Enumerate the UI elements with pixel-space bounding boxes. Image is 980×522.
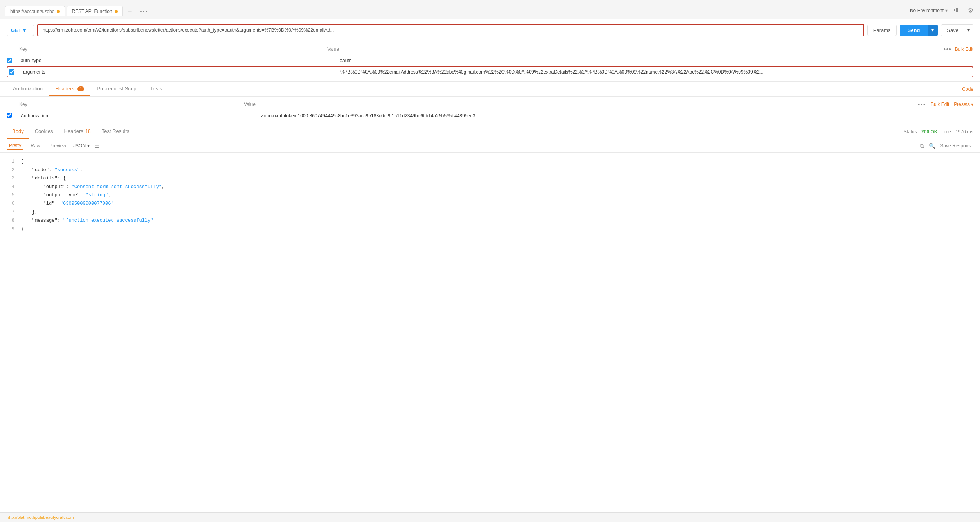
line-num-9: 9 (7, 225, 14, 234)
send-label: Send (908, 27, 920, 33)
response-toolbar: Pretty Raw Preview JSON ▾ ☰ ⧉ 🔍 (0, 139, 980, 153)
header-check-authorization[interactable] (7, 113, 12, 118)
save-button[interactable]: Save (941, 24, 964, 36)
tab-more-button[interactable]: ••• (137, 7, 151, 16)
authorization-tab-label: Authorization (13, 86, 43, 91)
copy-response-button[interactable]: ⧉ (920, 143, 924, 149)
format-type-chevron-icon: ▾ (87, 143, 90, 149)
wrap-lines-button[interactable]: ☰ (94, 143, 99, 149)
code-line-8: 8 "message": "function executed successf… (7, 217, 973, 225)
save-dropdown-icon: ▾ (967, 27, 970, 33)
code-link[interactable]: Code (962, 86, 973, 92)
params-more-icon[interactable]: ••• (944, 46, 952, 52)
eye-icon: 👁 (954, 7, 960, 14)
more-icon: ••• (140, 8, 148, 14)
rest-tab-dot (115, 10, 118, 13)
gear-icon: ⚙ (968, 7, 973, 14)
headers-bulk-edit-button[interactable]: Bulk Edit (931, 102, 949, 107)
tab-authorization[interactable]: Authorization (7, 82, 49, 96)
bottom-bar: http://plat.mothpolebeautycraft.com (0, 512, 980, 522)
param-check-auth-type[interactable] (7, 58, 12, 63)
send-dropdown-icon: ▾ (931, 27, 934, 33)
params-button[interactable]: Params (867, 25, 897, 36)
format-type-selector[interactable]: JSON ▾ (73, 143, 90, 149)
tests-tab-label: Tests (150, 86, 162, 91)
headers-section: Key Value ••• Bulk Edit Presets ▾ Author… (0, 97, 980, 124)
tab-add-button[interactable]: + (124, 6, 135, 17)
settings-icon-button[interactable]: ⚙ (966, 5, 975, 16)
headers-tab-badge: 1 (77, 86, 85, 91)
search-response-button[interactable]: 🔍 (929, 143, 935, 149)
param-row-auth-type: auth_type oauth (7, 56, 973, 66)
headers-actions: ••• Bulk Edit Presets ▾ (918, 101, 973, 108)
param-check-arguments[interactable] (9, 69, 14, 75)
response-toolbar-right: ⧉ 🔍 Save Response (920, 143, 973, 149)
line-content-1: { (21, 158, 973, 166)
tab-tests[interactable]: Tests (144, 82, 168, 96)
params-value-header: Value (327, 47, 944, 52)
copy-icon: ⧉ (920, 143, 924, 149)
params-bulk-edit-button[interactable]: Bulk Edit (955, 47, 973, 52)
raw-label: Raw (31, 143, 40, 149)
status-value: 200 OK (921, 129, 937, 135)
headers-bulk-edit-label: Bulk Edit (931, 102, 949, 107)
response-tab-body[interactable]: Body (7, 124, 29, 139)
format-tab-preview[interactable]: Preview (47, 142, 68, 150)
params-table-header: Key Value ••• Bulk Edit (7, 45, 973, 54)
format-tab-raw[interactable]: Raw (28, 142, 42, 150)
line-content-6: "id": "63095000000077006" (21, 200, 973, 208)
param-key-arguments: arguments (22, 68, 339, 75)
params-actions: ••• Bulk Edit (944, 46, 973, 52)
headers-presets-button[interactable]: Presets ▾ (954, 102, 973, 107)
response-cookies-label: Cookies (35, 128, 53, 134)
line-content-2: "code": "success", (21, 166, 973, 175)
tab-url[interactable]: https://accounts.zoho (5, 6, 65, 16)
tab-headers[interactable]: Headers 1 (49, 82, 90, 96)
param-checkbox-auth-type (7, 58, 19, 63)
eye-icon-button[interactable]: 👁 (952, 5, 962, 16)
header-key-authorization: Authorization (19, 112, 259, 119)
line-content-5: "output_type": "string", (21, 191, 973, 200)
send-button[interactable]: Send (900, 25, 928, 36)
header-checkbox-col (7, 113, 19, 119)
method-selector[interactable]: GET ▾ (7, 25, 34, 36)
response-tab-headers[interactable]: Headers 18 (59, 124, 96, 139)
header-value-authorization: Zoho-oauthtoken 1000.8607494449c8bc1e392… (259, 112, 974, 119)
code-line-3: 3 "details": { (7, 174, 973, 183)
param-checkbox-arguments (9, 69, 22, 75)
param-key-auth-type: auth_type (19, 57, 338, 64)
save-response-button[interactable]: Save Response (940, 143, 973, 149)
response-body-label: Body (12, 128, 24, 134)
param-value-arguments: %7B%0D%0A%09%22emailAddress%22%3A%22abc%… (339, 68, 971, 75)
headers-value-header: Value (244, 102, 918, 107)
save-dropdown-button[interactable]: ▾ (964, 24, 973, 36)
response-tab-nav: Body Cookies Headers 18 Test Results Sta… (0, 124, 980, 139)
env-label: No Environment (910, 8, 944, 13)
send-dropdown-button[interactable]: ▾ (928, 25, 938, 36)
response-headers-label: Headers (64, 128, 83, 134)
tab-pre-request[interactable]: Pre-request Script (90, 82, 144, 96)
presets-chevron-icon: ▾ (971, 102, 973, 107)
method-chevron-icon: ▾ (23, 27, 26, 33)
tab-rest-api[interactable]: REST API Function (67, 6, 122, 16)
response-tab-cookies[interactable]: Cookies (29, 124, 59, 139)
headers-table-header: Key Value ••• Bulk Edit Presets ▾ (7, 100, 973, 109)
send-btn-group: Send ▾ (900, 25, 938, 36)
save-btn-group: Save ▾ (941, 24, 973, 36)
url-input[interactable] (37, 24, 864, 36)
format-type-label: JSON (73, 143, 86, 149)
line-num-7: 7 (7, 208, 14, 217)
tab-bar: https://accounts.zoho REST API Function … (0, 0, 980, 19)
code-line-6: 6 "id": "63095000000077006" (7, 200, 973, 208)
response-tab-test-results[interactable]: Test Results (96, 124, 135, 139)
headers-presets-label: Presets (954, 102, 970, 107)
line-num-5: 5 (7, 191, 14, 200)
headers-more-icon[interactable]: ••• (918, 101, 926, 108)
tab-bar-right: No Environment ▾ 👁 ⚙ (910, 5, 975, 17)
line-num-1: 1 (7, 158, 14, 166)
headers-key-header: Key (19, 102, 244, 107)
rest-tab-label: REST API Function (72, 9, 112, 14)
environment-selector[interactable]: No Environment ▾ (910, 8, 948, 13)
format-tab-pretty[interactable]: Pretty (7, 142, 23, 150)
header-row-authorization: Authorization Zoho-oauthtoken 1000.86074… (7, 111, 973, 121)
